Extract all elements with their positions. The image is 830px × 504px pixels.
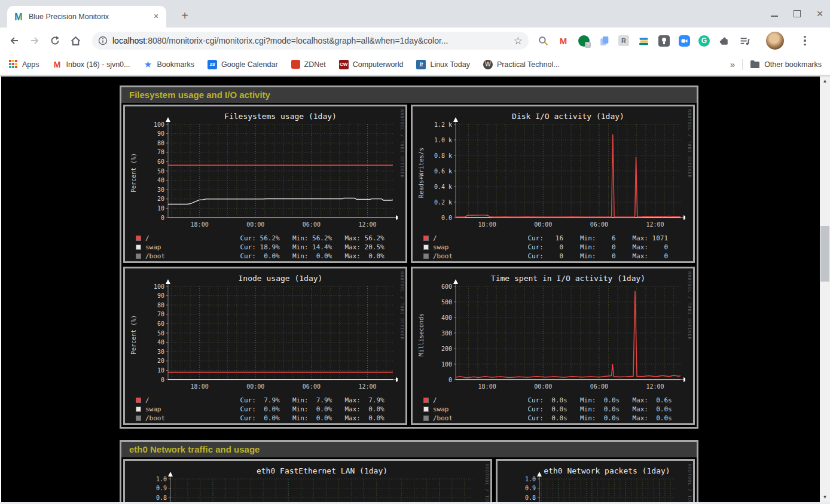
legend-swatch bbox=[423, 398, 429, 403]
y-tick-label: 0 bbox=[161, 377, 164, 383]
gmail-extension-icon[interactable]: M bbox=[557, 35, 569, 47]
legend-row: /bootCur: 0Min: 0Max: 0 bbox=[416, 252, 685, 261]
graph-inode_usage[interactable]: 010203040506070809010018:0000:0006:0012:… bbox=[129, 273, 398, 393]
scrollbar-down-icon[interactable]: ▼ bbox=[820, 493, 830, 502]
section-network: eth0 Network traffic and usage0.00.10.20… bbox=[120, 440, 698, 504]
zdnet-icon bbox=[291, 60, 300, 69]
graph-title: eth0 FastEthernet LAN (1day) bbox=[257, 466, 387, 475]
lamp-extension-icon[interactable] bbox=[658, 35, 670, 47]
series- bbox=[456, 291, 681, 378]
legend-cur: Cur: 16 bbox=[527, 234, 580, 242]
browser-menu-icon[interactable] bbox=[800, 36, 810, 46]
x-tick-label: 18:00 bbox=[191, 383, 209, 390]
zoom-extension-icon[interactable] bbox=[678, 35, 690, 47]
graph-panel-inode_usage: 010203040506070809010018:0000:0006:0012:… bbox=[123, 267, 407, 425]
profile-avatar[interactable] bbox=[766, 32, 784, 50]
legend-min: Min: 0.0s bbox=[580, 405, 633, 413]
legend-swatch bbox=[423, 253, 429, 259]
rrdtool-watermark: RRDTOOL / TOBI OETIKER bbox=[399, 271, 404, 340]
rrdtool-watermark: RRDTOOL / TOBI OETIKER bbox=[484, 464, 489, 504]
page-info-icon[interactable] bbox=[98, 36, 108, 45]
window-maximize-icon[interactable] bbox=[793, 10, 801, 18]
bookmarks-overflow-icon[interactable]: » bbox=[730, 59, 735, 69]
graph-fs_usage[interactable]: 010203040506070809010018:0000:0006:0012:… bbox=[129, 111, 398, 231]
legend-min: Min: 14.4% bbox=[292, 243, 345, 251]
voice-extension-icon[interactable]: ? bbox=[578, 35, 590, 47]
search-extension-icon[interactable] bbox=[537, 35, 549, 47]
legend-name: / bbox=[433, 234, 527, 242]
graph-io_time[interactable]: 010020030040050060018:0000:0006:0012:00M… bbox=[416, 273, 685, 393]
y-tick-label: 1.0 bbox=[156, 476, 167, 482]
star-icon: ★ bbox=[144, 60, 153, 69]
r-extension-icon[interactable]: R bbox=[618, 35, 629, 46]
url-text[interactable]: localhost:8080/monitorix-cgi/monitorix.c… bbox=[112, 36, 509, 45]
graph-title: Disk I/O activity (1day) bbox=[512, 112, 624, 121]
bookmark-item-inbox-16-sjvn0[interactable]: MInbox (16) - sjvn0... bbox=[53, 60, 130, 69]
legend-swatch bbox=[136, 407, 141, 412]
legend-cur: Cur: 0.0s bbox=[527, 405, 580, 413]
browser-tab[interactable]: M Blue Precision Monitorix × bbox=[7, 6, 166, 28]
legend-min: Min: 56.2% bbox=[292, 234, 345, 242]
window-close-icon[interactable]: × bbox=[816, 10, 824, 18]
y-tick-label: 600 bbox=[441, 283, 452, 290]
extensions-area: M ? R G bbox=[537, 32, 810, 50]
grammarly-extension-icon[interactable]: G bbox=[698, 35, 710, 47]
section-filesystem: Filesystem usage and I/O activity0102030… bbox=[120, 85, 698, 429]
legend-name: /boot bbox=[145, 414, 240, 422]
new-tab-button[interactable]: + bbox=[177, 8, 193, 24]
back-icon[interactable] bbox=[6, 32, 23, 49]
legend-row: /bootCur: 0.0sMin: 0.0sMax: 0.0s bbox=[416, 414, 685, 423]
legend-swatch bbox=[136, 416, 141, 421]
extensions-puzzle-icon[interactable] bbox=[718, 35, 730, 47]
y-tick-label: 1.2 k bbox=[434, 121, 452, 128]
graph-eth0_lan[interactable]: 0.00.10.20.30.40.50.60.70.80.91.018:0000… bbox=[129, 466, 481, 504]
x-tick-label: 18:00 bbox=[478, 383, 496, 390]
window-minimize-icon[interactable] bbox=[770, 10, 779, 18]
bookmark-item-google-calendar[interactable]: 28Google Calendar bbox=[208, 60, 278, 69]
scrollbar[interactable]: ▲ ▼ bbox=[820, 77, 830, 502]
legend-max: Max: 56.2% bbox=[344, 234, 397, 242]
y-tick-label: 80 bbox=[157, 302, 164, 308]
y-tick-label: 20 bbox=[157, 196, 164, 202]
url-host: localhost bbox=[112, 36, 145, 45]
books-extension-icon[interactable] bbox=[637, 35, 649, 47]
playlist-extension-icon[interactable] bbox=[739, 35, 750, 47]
legend-row: swapCur: 18.9%Min: 14.4%Max: 20.5% bbox=[129, 243, 397, 252]
tab-close-icon[interactable]: × bbox=[151, 11, 161, 22]
legend-row: /Cur: 7.9%Min: 7.9%Max: 7.9% bbox=[129, 396, 397, 405]
bookmark-label: ZDNet bbox=[304, 60, 326, 69]
bookmark-item-practical-technol[interactable]: WPractical Technol... bbox=[483, 60, 560, 69]
legend-max: Max: 7.9% bbox=[344, 396, 397, 404]
y-tick-label: 0.8 k bbox=[434, 152, 452, 159]
scrollbar-up-icon[interactable]: ▲ bbox=[820, 77, 830, 86]
reload-icon[interactable] bbox=[47, 32, 63, 49]
y-tick-label: 10 bbox=[157, 205, 164, 212]
legend-cur: Cur: 18.9% bbox=[240, 243, 292, 251]
legend-cur: Cur: 56.2% bbox=[240, 234, 292, 242]
copy-pages-extension-icon[interactable] bbox=[598, 35, 610, 47]
other-bookmarks-label: Other bookmarks bbox=[764, 60, 822, 69]
section-panels: 010203040506070809010018:0000:0006:0012:… bbox=[121, 103, 697, 427]
bookmark-item-bookmarks[interactable]: ★Bookmarks bbox=[144, 60, 195, 69]
x-tick-label: 00:00 bbox=[534, 221, 552, 228]
address-bar[interactable]: localhost:8080/monitorix-cgi/monitorix.c… bbox=[92, 32, 529, 50]
bookmark-item-computerworld[interactable]: CWComputerworld bbox=[339, 60, 404, 69]
legend-min: Min: 0 bbox=[580, 243, 633, 251]
y-tick-label: 300 bbox=[441, 330, 452, 337]
y-tick-label: 0.0 bbox=[441, 215, 452, 221]
scrollbar-thumb[interactable] bbox=[820, 226, 829, 282]
forward-icon[interactable] bbox=[26, 32, 43, 49]
graph-disk_io[interactable]: 0.00.2 k0.4 k0.6 k0.8 k1.0 k1.2 k18:0000… bbox=[416, 111, 685, 231]
graph-legend: /Cur: 16Min: 6Max: 1071swapCur: 0Min: 0M… bbox=[416, 234, 685, 261]
legend-name: /boot bbox=[433, 414, 527, 422]
bookmark-item-zdnet[interactable]: ZDNet bbox=[291, 60, 326, 69]
bookmark-item-linux-today[interactable]: ltLinux Today bbox=[416, 60, 470, 69]
bookmark-star-icon[interactable]: ☆ bbox=[514, 35, 523, 47]
y-tick-label: 0 bbox=[448, 377, 452, 383]
browser-titlebar: M Blue Precision Monitorix × + × bbox=[0, 0, 830, 28]
bookmark-item-apps[interactable]: Apps bbox=[8, 60, 39, 69]
home-icon[interactable] bbox=[67, 32, 84, 49]
y-axis-label: Milliseconds bbox=[418, 313, 425, 356]
other-bookmarks-button[interactable]: Other bookmarks bbox=[750, 60, 822, 69]
graph-eth0_packets[interactable]: 0.00.10.20.30.40.50.60.70.80.91.018:0000… bbox=[501, 466, 683, 504]
